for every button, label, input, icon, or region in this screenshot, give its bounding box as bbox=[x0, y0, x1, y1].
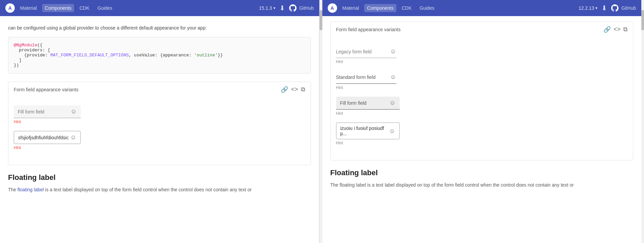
right-nav-material[interactable]: Material bbox=[340, 4, 362, 12]
right-fill-label: Fill form field bbox=[340, 100, 367, 106]
right-fill-smiley-icon[interactable]: ☺ bbox=[389, 99, 395, 106]
right-logo: A bbox=[328, 3, 337, 13]
left-intro-text: can be configured using a global provide… bbox=[8, 21, 311, 32]
left-download-icon[interactable]: ⬇ bbox=[278, 3, 286, 13]
left-demo-box: Form field appearance variants 🔗 <> ⧉ bbox=[8, 82, 311, 165]
right-fill-field[interactable]: Fill form field ☺ bbox=[336, 97, 400, 110]
left-nav-cdk[interactable]: CDK bbox=[77, 4, 92, 12]
right-github-icon[interactable] bbox=[611, 4, 619, 12]
right-demo-link-icon[interactable]: 🔗 bbox=[603, 26, 611, 33]
left-demo-content: ☺ Hint ☺ Hint bbox=[8, 97, 311, 165]
right-legacy-field-container: Legacy form field ☺ Hint bbox=[336, 45, 628, 64]
right-floating-text: The floating label is a text label displ… bbox=[330, 181, 634, 189]
right-nav-components[interactable]: Components bbox=[364, 4, 396, 12]
right-version[interactable]: 12.2.13 ▾ bbox=[579, 5, 598, 11]
left-version[interactable]: 15.1.3 ▾ bbox=[259, 5, 275, 11]
right-standard-field[interactable]: Standard form field ☺ bbox=[336, 71, 396, 84]
left-nav-material[interactable]: Material bbox=[17, 4, 40, 12]
right-demo-code-icon[interactable]: <> bbox=[614, 26, 621, 33]
left-nav-guides[interactable]: Guides bbox=[95, 4, 115, 12]
left-fill-field[interactable]: ☺ bbox=[14, 105, 81, 118]
left-content-panel: can be configured using a global provide… bbox=[0, 16, 319, 243]
right-legacy-hint: Hint bbox=[336, 59, 628, 64]
code-outline-string: 'outline' bbox=[194, 53, 217, 58]
right-outline-smiley-icon[interactable]: ☺ bbox=[389, 128, 395, 135]
left-demo-code-icon[interactable]: <> bbox=[291, 86, 298, 93]
right-fill-hint: Hint bbox=[336, 111, 628, 116]
left-scrollbar[interactable] bbox=[320, 0, 322, 243]
left-fill-input[interactable] bbox=[18, 109, 71, 114]
left-github-label[interactable]: GitHub bbox=[299, 5, 314, 11]
left-outline-input[interactable] bbox=[18, 135, 68, 140]
left-outline-hint: Hint bbox=[14, 145, 305, 150]
left-floating-text: The floating label is a text label displ… bbox=[8, 186, 311, 193]
left-floating-title: Floating label bbox=[8, 173, 311, 182]
left-fill-field-container: ☺ Hint bbox=[14, 105, 305, 124]
right-outline-field[interactable]: izuoiu i fuoiuf posiudf p... ☺ bbox=[336, 123, 400, 139]
left-logo: A bbox=[5, 3, 15, 13]
right-outline-hint: Hint bbox=[336, 141, 628, 145]
right-standard-label: Standard form field bbox=[336, 75, 376, 80]
right-floating-section: Floating label The floating label is a t… bbox=[330, 168, 634, 189]
right-demo-content: Legacy form field ☺ Hint Standard form f… bbox=[331, 37, 633, 160]
right-demo-open-icon[interactable]: ⧉ bbox=[623, 26, 628, 33]
left-demo-header: Form field appearance variants 🔗 <> ⧉ bbox=[8, 82, 311, 97]
right-standard-hint: Hint bbox=[336, 85, 628, 90]
left-demo-link-icon[interactable]: 🔗 bbox=[281, 86, 288, 93]
left-github-icon[interactable] bbox=[289, 4, 297, 12]
right-legacy-field[interactable]: Legacy form field ☺ bbox=[336, 45, 396, 58]
right-download-icon[interactable]: ⬇ bbox=[600, 3, 608, 13]
right-legacy-smiley-icon[interactable]: ☺ bbox=[390, 48, 396, 55]
left-outline-field-container: ☺ Hint bbox=[14, 131, 305, 150]
right-github-label[interactable]: GitHub bbox=[621, 5, 636, 11]
left-navbar: A Material Components CDK Guides 15.1.3 … bbox=[0, 0, 319, 16]
code-decorator: @NgModule bbox=[14, 43, 37, 48]
left-demo-open-icon[interactable]: ⧉ bbox=[301, 86, 305, 93]
right-nav-cdk[interactable]: CDK bbox=[399, 4, 414, 12]
left-demo-title: Form field appearance variants bbox=[14, 87, 78, 92]
right-demo-title: Form field appearance variants bbox=[336, 27, 401, 32]
left-outline-smiley-icon[interactable]: ☺ bbox=[70, 134, 76, 141]
left-fill-hint: Hint bbox=[14, 119, 305, 124]
right-floating-title: Floating label bbox=[330, 168, 634, 177]
right-scrollbar[interactable] bbox=[641, 0, 644, 243]
left-outline-field[interactable]: ☺ bbox=[14, 131, 81, 144]
left-floating-link[interactable]: floating label bbox=[17, 187, 44, 192]
right-outline-field-container: izuoiu i fuoiuf posiudf p... ☺ Hint bbox=[336, 123, 628, 145]
code-block: @NgModule({ providers: [ {provide: MAT_F… bbox=[8, 37, 311, 74]
right-content-panel: Form field appearance variants 🔗 <> ⧉ bbox=[322, 16, 642, 243]
right-demo-header: Form field appearance variants 🔗 <> ⧉ bbox=[331, 22, 633, 37]
right-nav-guides[interactable]: Guides bbox=[417, 4, 437, 12]
left-fill-smiley-icon[interactable]: ☺ bbox=[71, 108, 77, 115]
right-demo-box: Form field appearance variants 🔗 <> ⧉ bbox=[330, 21, 634, 160]
left-nav-components[interactable]: Components bbox=[42, 4, 74, 12]
right-outline-value: izuoiu i fuoiuf posiudf p... bbox=[340, 126, 389, 136]
right-legacy-label: Legacy form field bbox=[336, 49, 372, 54]
right-navbar: A Material Components CDK Guides 12.2.13… bbox=[322, 0, 642, 16]
right-standard-field-container: Standard form field ☺ Hint bbox=[336, 71, 628, 90]
right-standard-smiley-icon[interactable]: ☺ bbox=[390, 74, 396, 81]
right-fill-field-container: Fill form field ☺ Hint bbox=[336, 97, 628, 116]
left-floating-section: Floating label The floating label is a t… bbox=[8, 173, 311, 193]
